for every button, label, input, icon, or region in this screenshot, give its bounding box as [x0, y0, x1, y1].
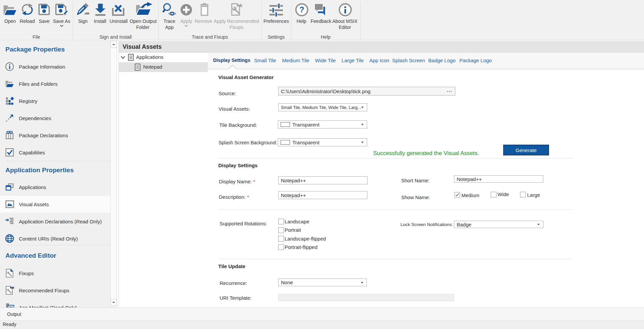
svg-text:?: ? [299, 5, 304, 14]
